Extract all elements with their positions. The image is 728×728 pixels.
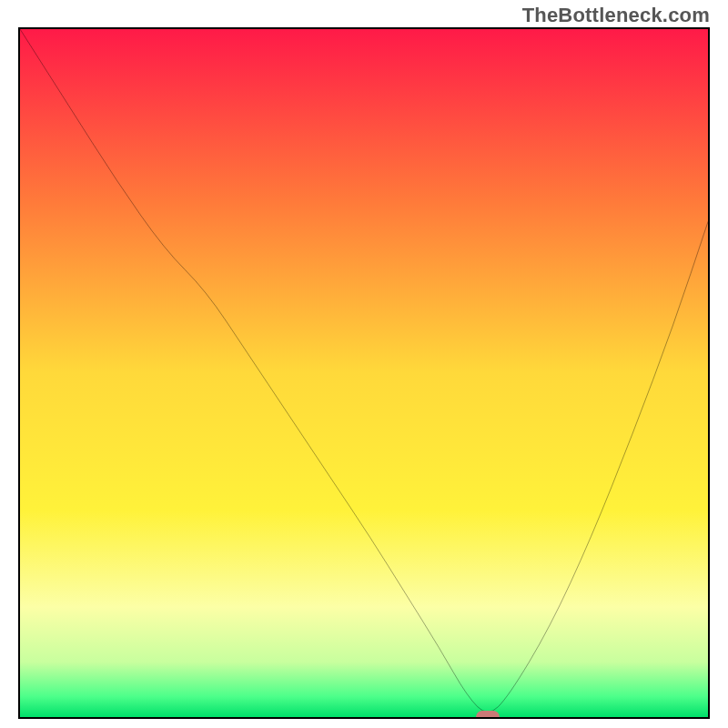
- bottleneck-marker: [476, 711, 500, 719]
- watermark-text: TheBottleneck.com: [522, 4, 710, 27]
- chart-curve: [20, 29, 708, 717]
- chart-frame: [18, 27, 710, 719]
